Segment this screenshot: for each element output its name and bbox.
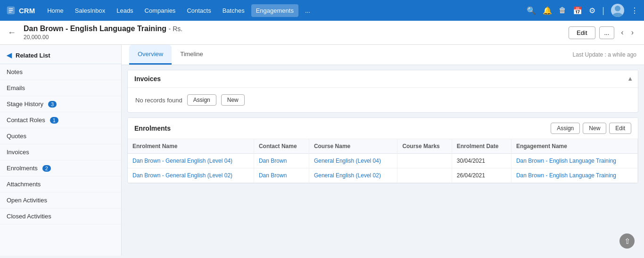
course-name-link-1[interactable]: General English (Level 04) — [314, 158, 381, 164]
main-layout: ◀ Related List Notes Emails Stage Histor… — [0, 45, 644, 256]
user-avatar[interactable] — [611, 4, 624, 17]
enrolments-edit-button[interactable]: Edit — [609, 123, 631, 134]
invoices-title: Invoices — [134, 75, 631, 83]
enrolments-header-actions: Assign New Edit — [551, 123, 631, 134]
svg-point-1 — [612, 13, 623, 17]
table-row: Dan Brown - General English (Level 04) D… — [128, 154, 638, 168]
sidebar-label-attachments: Attachments — [7, 181, 41, 188]
nav-engagements[interactable]: Engagements — [251, 4, 298, 17]
course-marks-2 — [397, 168, 452, 183]
nav-contacts[interactable]: Contacts — [182, 4, 215, 17]
col-enrolment-date: Enrolment Date — [452, 139, 511, 154]
record-amount: 20,000.00 — [24, 34, 182, 41]
table-row: Dan Brown - General English (Level 02) D… — [128, 168, 638, 183]
back-button[interactable]: ← — [8, 28, 16, 38]
course-marks-1 — [397, 154, 452, 168]
header-actions: Edit ... ‹ › — [569, 26, 636, 39]
divider: | — [602, 6, 604, 16]
sidebar-label-contact-roles: Contact Roles — [7, 117, 45, 124]
compose-icon[interactable]: 🗑 — [559, 6, 566, 15]
sidebar-item-closed-activities[interactable]: Closed Activities — [0, 208, 121, 225]
grid-icon[interactable]: ⋮ — [631, 6, 638, 15]
tab-overview[interactable]: Overview — [129, 45, 172, 65]
sidebar: ◀ Related List Notes Emails Stage Histor… — [0, 45, 122, 256]
sidebar-label-enrolments: Enrolments — [7, 165, 38, 172]
content-area: Overview Timeline Last Update : a while … — [122, 45, 644, 256]
gear-icon[interactable]: ⚙ — [589, 6, 595, 15]
invoices-new-button[interactable]: New — [221, 94, 245, 106]
prev-record-button[interactable]: ‹ — [618, 27, 626, 38]
col-contact-name: Contact Name — [254, 139, 309, 154]
col-course-marks: Course Marks — [397, 139, 452, 154]
calendar-icon[interactable]: 📅 — [573, 6, 582, 15]
sidebar-item-stage-history[interactable]: Stage History 3 — [0, 96, 121, 112]
edit-button[interactable]: Edit — [569, 26, 595, 39]
app-name: CRM — [19, 7, 35, 15]
col-enrolment-name: Enrolment Name — [128, 139, 254, 154]
invoices-no-records-row: No records found Assign New — [128, 88, 638, 112]
enrolments-section-header: Enrolments Assign New Edit — [128, 118, 638, 139]
next-record-button[interactable]: › — [628, 27, 636, 38]
invoices-scroll-up-icon[interactable]: ▲ — [627, 75, 633, 82]
sidebar-label-closed-activities: Closed Activities — [7, 213, 51, 220]
nav-batches[interactable]: Batches — [218, 4, 249, 17]
collapse-icon[interactable]: ◀ — [7, 51, 12, 59]
sidebar-header: ◀ Related List — [0, 47, 121, 64]
sidebar-item-open-activities[interactable]: Open Activities — [0, 192, 121, 208]
tab-timeline[interactable]: Timeline — [172, 45, 212, 65]
nav-home[interactable]: Home — [42, 4, 68, 17]
enrolment-date-2: 26/04/2021 — [452, 168, 511, 183]
sidebar-label-open-activities: Open Activities — [7, 197, 47, 204]
enrolments-section: Enrolments Assign New Edit Enrolment Nam… — [127, 117, 638, 183]
enrolments-new-button[interactable]: New — [583, 123, 606, 134]
enrolments-table-header-row: Enrolment Name Contact Name Course Name … — [128, 139, 638, 154]
col-course-name: Course Name — [309, 139, 397, 154]
top-navigation: CRM Home SalesInbox Leads Companies Cont… — [0, 0, 644, 21]
course-name-link-2[interactable]: General English (Level 02) — [314, 172, 381, 179]
sidebar-label-notes: Notes — [7, 68, 23, 75]
invoices-section-header: Invoices ▲ — [128, 70, 638, 88]
search-icon[interactable]: 🔍 — [527, 6, 536, 15]
sidebar-label-emails: Emails — [7, 84, 25, 92]
last-update-text: Last Update : a while ago — [573, 51, 636, 58]
contact-name-link-1[interactable]: Dan Brown — [259, 158, 287, 164]
contact-roles-badge: 1 — [50, 117, 58, 124]
sidebar-item-attachments[interactable]: Attachments — [0, 176, 121, 192]
nav-companies[interactable]: Companies — [140, 4, 181, 17]
invoices-assign-button[interactable]: Assign — [187, 94, 216, 106]
enrolment-name-link-2[interactable]: Dan Brown - General English (Level 02) — [132, 172, 232, 179]
sidebar-item-invoices[interactable]: Invoices — [0, 144, 121, 160]
sidebar-label-stage-history: Stage History — [7, 100, 43, 108]
enrolments-badge: 2 — [42, 165, 51, 172]
invoices-section: Invoices ▲ No records found Assign New — [127, 70, 638, 113]
enrolment-date-1: 30/04/2021 — [452, 154, 511, 168]
col-engagement-name: Engagement Name — [511, 139, 637, 154]
scroll-top-button[interactable]: ⇧ — [619, 233, 635, 249]
more-options-button[interactable]: ... — [599, 26, 615, 39]
sidebar-item-quotes[interactable]: Quotes — [0, 128, 121, 144]
record-currency: - Rs. — [169, 25, 183, 33]
bell-icon[interactable]: 🔔 — [543, 6, 552, 15]
nav-salesinbox[interactable]: SalesInbox — [70, 4, 110, 17]
stage-history-badge: 3 — [48, 101, 57, 108]
sidebar-item-emails[interactable]: Emails — [0, 80, 121, 96]
enrolments-assign-button[interactable]: Assign — [551, 123, 580, 134]
nav-leads[interactable]: Leads — [112, 4, 138, 17]
enrolment-name-link-1[interactable]: Dan Brown - General English (Level 04) — [132, 158, 232, 164]
sidebar-item-contact-roles[interactable]: Contact Roles 1 — [0, 112, 121, 128]
contact-name-link-2[interactable]: Dan Brown — [259, 172, 287, 179]
app-logo[interactable]: CRM — [6, 5, 35, 16]
sidebar-label-invoices: Invoices — [7, 149, 29, 156]
engagement-name-link-1[interactable]: Dan Brown - English Language Training — [516, 158, 616, 164]
enrolments-table-body: Dan Brown - General English (Level 04) D… — [128, 154, 638, 183]
sidebar-item-notes[interactable]: Notes — [0, 64, 121, 80]
sidebar-item-enrolments[interactable]: Enrolments 2 — [0, 160, 121, 176]
enrolments-title: Enrolments — [134, 125, 551, 132]
topnav-icons: 🔍 🔔 🗑 📅 ⚙ | ⋮ — [527, 4, 638, 17]
engagement-name-link-2[interactable]: Dan Brown - English Language Training — [516, 172, 616, 179]
record-title: Dan Brown - English Language Training - … — [24, 25, 182, 33]
record-title-block: Dan Brown - English Language Training - … — [24, 25, 182, 41]
record-nav-arrows: ‹ › — [618, 27, 636, 38]
sidebar-section-title: Related List — [16, 52, 50, 59]
nav-more[interactable]: ... — [300, 4, 315, 17]
